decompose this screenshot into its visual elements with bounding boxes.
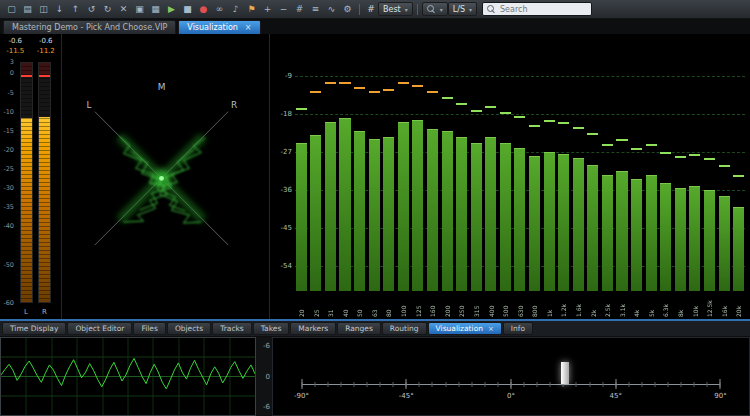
dock-tab-info[interactable]: Info (503, 322, 533, 335)
direction-minor-tick (432, 382, 433, 387)
spectrum-band (689, 38, 702, 291)
open-project-icon[interactable]: ▤ (20, 2, 35, 17)
dock-tab-time-display[interactable]: Time Display (2, 322, 66, 335)
meter-scale-label: 0 (10, 70, 14, 77)
snap-toggle-icon[interactable]: # (364, 4, 378, 14)
close-tab-icon[interactable]: × (245, 24, 252, 32)
dock-tab-bar: Time DisplayObject EditorFilesObjectsTra… (0, 321, 750, 337)
spectrum-peak-hold (616, 139, 627, 141)
scope-axis: -60-6 (256, 337, 272, 416)
export-audio-icon[interactable]: ↑ (68, 2, 83, 17)
spectrum-bar (354, 131, 365, 291)
spectrum-band (441, 38, 454, 291)
play-icon[interactable]: ▶ (164, 2, 179, 17)
meter-scale-label: -20 (3, 147, 14, 154)
search-input[interactable] (500, 5, 587, 14)
dock-tab-takes[interactable]: Takes (253, 322, 290, 335)
record-icon[interactable]: ● (196, 2, 211, 17)
direction-indicator (561, 362, 569, 384)
direction-minor-tick (327, 382, 328, 387)
spectrum-peak-hold (602, 144, 613, 146)
spectrum-band (455, 38, 468, 291)
spectrum-bar (587, 165, 598, 292)
meter-scale-label: -40 (3, 223, 14, 230)
spectrum-band (368, 38, 381, 291)
new-project-icon[interactable]: ▢ (4, 2, 19, 17)
oscilloscope-display (1, 338, 255, 415)
zoom-in-icon[interactable]: + (260, 2, 275, 17)
spectrum-band (572, 38, 585, 291)
save-icon[interactable]: ◫ (36, 2, 51, 17)
direction-minor-tick (471, 382, 472, 387)
spectrum-peak-hold (646, 144, 657, 146)
spectrum-peak-hold (631, 148, 642, 150)
spectrum-bar (544, 152, 555, 291)
close-tab-icon[interactable]: × (488, 325, 494, 333)
dock-tab-object-editor[interactable]: Object Editor (67, 322, 132, 335)
direction-minor-tick (681, 382, 682, 387)
spectrum-freq-label: 10k (689, 293, 702, 317)
direction-minor-tick (707, 382, 708, 387)
import-audio-icon[interactable]: ↓ (52, 2, 67, 17)
meter-peak-hold (39, 75, 50, 77)
peak-value-right: -0.6 (39, 37, 53, 45)
spectrum-peak-hold (719, 165, 730, 167)
spectrum-band (557, 38, 570, 291)
grid-icon[interactable]: # (292, 2, 307, 17)
spectrum-bar (514, 148, 525, 291)
dock-tab-label: Markers (298, 324, 328, 333)
mixer-icon[interactable]: ≡ (308, 2, 323, 17)
marker-icon[interactable]: ⚑ (244, 2, 259, 17)
dock-tab-visualization[interactable]: Visualization× (428, 322, 502, 335)
doc-tab[interactable]: Mastering Demo - Pick And Choose.VIP (3, 20, 176, 34)
doc-tab[interactable]: Visualization× (178, 20, 260, 34)
spectrum-peak-hold (544, 120, 555, 122)
dock-tab-tracks[interactable]: Tracks (212, 322, 252, 335)
spectrum-bar (398, 122, 409, 291)
dock-tab-ranges[interactable]: Ranges (337, 322, 381, 335)
dock-tab-label: Routing (390, 324, 419, 333)
dock-tab-files[interactable]: Files (133, 322, 165, 335)
snap-mode-select[interactable]: Best ▾ (378, 2, 413, 16)
direction-minor-tick (393, 382, 394, 387)
gonio-center-dot (159, 176, 164, 181)
spectrum-band (324, 38, 337, 291)
spectrum-bar (456, 137, 467, 291)
spectrum-freq-label: 50 (353, 293, 366, 317)
dock-tab-objects[interactable]: Objects (167, 322, 211, 335)
search-box[interactable] (482, 2, 592, 16)
zoom-out-icon[interactable]: − (276, 2, 291, 17)
spectrum-peak-hold (325, 82, 336, 84)
stop-icon[interactable]: ■ (180, 2, 195, 17)
settings-icon[interactable]: ⚙ (340, 2, 355, 17)
spectrum-peak-hold (398, 82, 409, 84)
metronome-icon[interactable]: ♪ (228, 2, 243, 17)
grid-mode-select[interactable]: L/S ▾ (448, 2, 477, 16)
meter-scale-label: -15 (3, 128, 14, 135)
spectrum-db-label: -27 (281, 148, 292, 156)
spectrum-bar (412, 120, 423, 291)
spectrum-ylabels: -9-18-27-36-45-54 (272, 38, 294, 291)
copy-icon[interactable]: ▣ (132, 2, 147, 17)
loop-icon[interactable]: ∞ (212, 2, 227, 17)
direction-minor-tick (419, 382, 420, 387)
zoom-preset-select[interactable]: ▾ (422, 2, 448, 16)
undo-icon[interactable]: ↺ (84, 2, 99, 17)
dock-tab-routing[interactable]: Routing (382, 322, 427, 335)
rms-readout: -11.5 -11.2 (0, 47, 61, 55)
spectrum-freq-label: 125 (412, 293, 425, 317)
spectrum-band (587, 38, 600, 291)
dock-tab-markers[interactable]: Markers (290, 322, 336, 335)
redo-icon[interactable]: ↻ (100, 2, 115, 17)
automation-icon[interactable]: ∿ (324, 2, 339, 17)
spectrum-band (295, 38, 308, 291)
direction-minor-tick (497, 382, 498, 387)
channel-label-left: L (24, 308, 28, 316)
spectrum-freq-label: 4k (630, 293, 643, 317)
meter-bar-r (38, 62, 51, 303)
spectrum-freq-label: 1.2k (557, 293, 570, 317)
spectrum-freq-label: 2.5k (601, 293, 614, 317)
dock-tab-label: Visualization (436, 324, 483, 333)
paste-icon[interactable]: ▦ (148, 2, 163, 17)
cut-icon[interactable]: ✕ (116, 2, 131, 17)
